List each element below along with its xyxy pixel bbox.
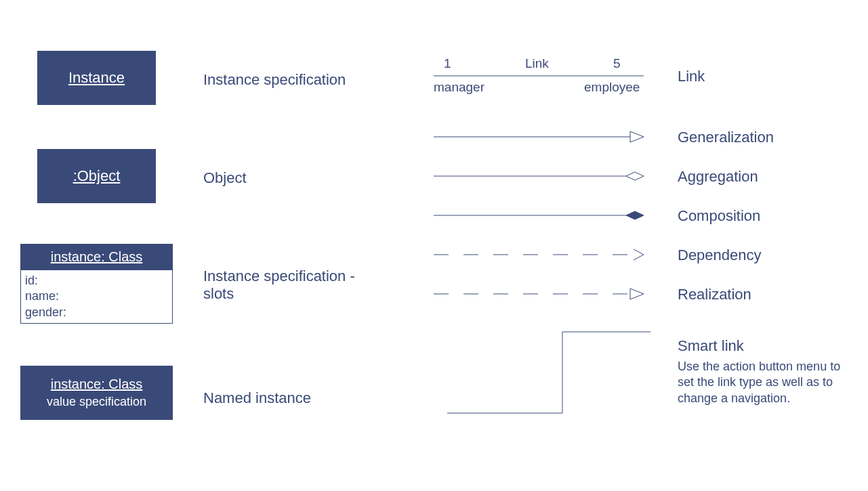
arrow-realization	[434, 287, 650, 301]
slot-name: name:	[25, 289, 168, 304]
shape-object: :Object	[37, 149, 156, 203]
shape-instance-slots-body: id: name: gender:	[20, 270, 173, 324]
label-dependency: Dependency	[678, 247, 762, 264]
link-right-mult: 5	[613, 56, 621, 71]
link-left-mult: 1	[444, 56, 451, 71]
label-composition: Composition	[678, 207, 760, 225]
label-smart-link: Smart link	[678, 337, 744, 355]
shape-named-instance: instance: Class value specification	[20, 366, 173, 420]
svg-marker-4	[626, 172, 644, 180]
label-generalization: Generalization	[678, 129, 774, 146]
label-object: Object	[203, 169, 247, 187]
label-link: Link	[678, 68, 705, 85]
arrow-aggregation	[434, 169, 650, 183]
link-line	[434, 73, 644, 80]
link-right-role: employee	[584, 80, 640, 95]
shape-instance-slots: instance: Class id: name: gender:	[20, 244, 173, 324]
label-instance-specification: Instance specification	[203, 71, 346, 89]
shape-instance-slots-title: instance: Class	[51, 249, 143, 265]
shape-named-instance-title: instance: Class	[51, 377, 143, 392]
slot-id: id:	[25, 273, 168, 289]
link-left-role: manager	[434, 80, 484, 95]
shape-object-title: :Object	[73, 167, 121, 185]
label-instance-slots: Instance specification - slots	[203, 268, 373, 303]
svg-marker-6	[626, 211, 644, 219]
svg-marker-11	[630, 289, 644, 299]
shape-named-instance-value: value specification	[47, 395, 146, 409]
text-smart-link-desc: Use the action button menu to set the li…	[678, 359, 854, 406]
arrow-dependency	[434, 248, 650, 261]
label-aggregation: Aggregation	[678, 168, 758, 186]
label-named-instance: Named instance	[203, 389, 311, 407]
shape-smart-link	[447, 332, 650, 420]
arrow-generalization	[434, 130, 650, 144]
arrow-composition	[434, 209, 650, 222]
svg-marker-2	[630, 131, 644, 142]
slot-gender: gender:	[25, 305, 168, 320]
shape-instance-title: Instance	[68, 69, 125, 87]
svg-line-8	[634, 249, 644, 255]
svg-line-9	[634, 255, 644, 260]
link-name: Link	[525, 56, 549, 71]
shape-instance: Instance	[37, 51, 156, 105]
label-realization: Realization	[678, 286, 751, 303]
